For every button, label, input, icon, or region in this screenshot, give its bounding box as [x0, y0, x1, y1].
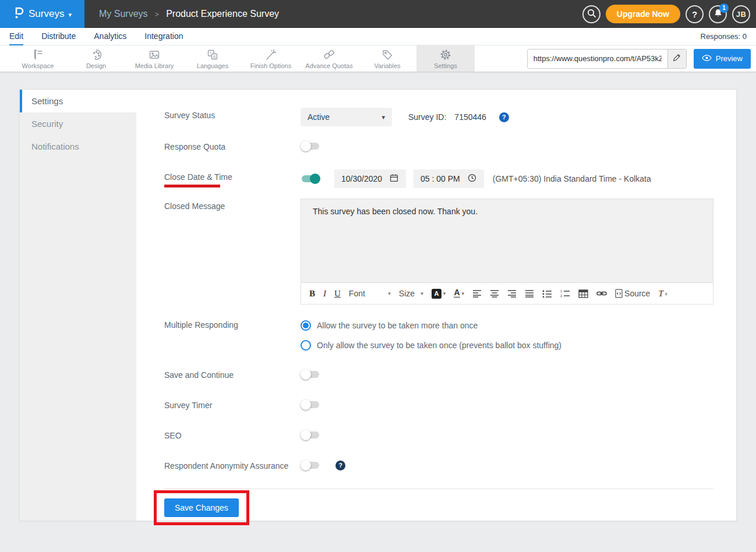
- toolbar-item-advance-quotas[interactable]: Advance Quotas: [300, 45, 358, 72]
- survey-timer-toggle[interactable]: [301, 399, 320, 411]
- product-label: Surveys: [29, 8, 64, 20]
- translate-icon: *A: [206, 48, 219, 61]
- sidebar-item-notifications[interactable]: Notifications: [20, 135, 136, 158]
- upgrade-now-button[interactable]: Upgrade Now: [606, 5, 680, 23]
- survey-link-group: Preview: [527, 45, 756, 72]
- svg-text:2: 2: [560, 294, 563, 298]
- help-button[interactable]: ?: [686, 5, 704, 23]
- bold-button[interactable]: B: [309, 289, 315, 299]
- tab-edit[interactable]: Edit: [9, 28, 23, 45]
- chevron-down-icon: ▾: [421, 291, 423, 296]
- image-icon: [148, 48, 161, 61]
- toolbar-item-finish-options[interactable]: Finish Options: [242, 45, 300, 72]
- breadcrumb-current: Product Experience Survey: [166, 9, 279, 19]
- align-left-button[interactable]: [472, 289, 482, 298]
- survey-status-row: Survey Status Active ▾ Survey ID: 715044…: [164, 108, 713, 126]
- respondent-anonymity-toggle[interactable]: [301, 459, 320, 471]
- magic-wand-icon: [264, 48, 277, 61]
- close-date-field[interactable]: 10/30/2020: [334, 169, 406, 188]
- response-quota-label: Response Quota: [164, 139, 301, 153]
- settings-content: Survey Status Active ▾ Survey ID: 715044…: [136, 90, 737, 521]
- radio-option-once[interactable]: Only allow the survey to be taken once (…: [301, 337, 713, 353]
- workspace-icon: [31, 48, 44, 61]
- topbar-actions: Upgrade Now ? 1 JB: [582, 0, 750, 28]
- survey-id-value: 7150446: [454, 112, 486, 122]
- multiple-responding-label: Multiple Responding: [164, 317, 301, 353]
- clock-icon: [467, 173, 477, 185]
- seo-toggle[interactable]: [301, 429, 320, 441]
- response-quota-row: Response Quota: [164, 139, 713, 153]
- radio-option-multiple[interactable]: Allow the survey to be taken more than o…: [301, 317, 713, 334]
- notification-badge: 1: [719, 3, 729, 13]
- radio-selected-icon[interactable]: [301, 320, 311, 331]
- background-color-icon: A: [432, 289, 441, 299]
- palette-icon: [90, 48, 103, 61]
- toolbar-item-design[interactable]: Design: [67, 45, 125, 72]
- close-time-field[interactable]: 05 : 00 PM: [414, 169, 484, 188]
- toolbar-item-workspace[interactable]: Workspace: [9, 45, 67, 72]
- tab-analytics[interactable]: Analytics: [94, 28, 126, 45]
- align-center-button[interactable]: [490, 289, 499, 298]
- toolbar-item-languages[interactable]: *A Languages: [183, 45, 242, 72]
- response-quota-toggle[interactable]: [301, 140, 320, 152]
- seo-row: SEO: [164, 428, 713, 442]
- text-color-button[interactable]: A▾: [454, 289, 464, 298]
- font-dropdown[interactable]: Font▾: [349, 289, 391, 298]
- breadcrumb-parent[interactable]: My Surveys: [99, 9, 148, 19]
- survey-status-dropdown[interactable]: Active ▾: [301, 108, 392, 126]
- breadcrumb: My Surveys > Product Experience Survey: [99, 9, 279, 19]
- page-background: Settings Security Notifications Survey S…: [0, 72, 756, 552]
- avatar[interactable]: JB: [732, 5, 750, 23]
- survey-url-input[interactable]: [528, 49, 667, 68]
- sidebar-item-settings[interactable]: Settings: [20, 90, 136, 112]
- save-and-continue-toggle[interactable]: [301, 369, 320, 380]
- remove-format-button[interactable]: Tx: [658, 289, 667, 299]
- closed-message-text[interactable]: This survey has been closed now. Thank y…: [301, 199, 713, 282]
- chevron-down-icon: ▾: [388, 291, 391, 296]
- survey-timer-row: Survey Timer: [164, 398, 713, 412]
- close-date-time-row: Close Date & Time 10/30/2020 05 : 00 PM: [164, 169, 713, 188]
- background-color-button[interactable]: A▾: [432, 289, 446, 299]
- insert-link-button[interactable]: [596, 290, 607, 297]
- chain-link-icon: [323, 48, 335, 61]
- toolbar-item-variables[interactable]: Variables: [358, 45, 416, 72]
- align-justify-button[interactable]: [525, 289, 534, 298]
- preview-button[interactable]: Preview: [694, 49, 751, 69]
- survey-status-label: Survey Status: [164, 108, 301, 126]
- closed-message-editor: This survey has been closed now. Thank y…: [301, 199, 713, 305]
- question-mark-icon: ?: [692, 9, 697, 19]
- align-right-button[interactable]: [507, 289, 517, 298]
- save-and-continue-row: Save and Continue: [164, 367, 713, 381]
- italic-button[interactable]: I: [323, 289, 326, 299]
- breadcrumb-separator-icon: >: [155, 10, 160, 19]
- survey-timer-label: Survey Timer: [164, 398, 301, 412]
- survey-id-help-icon[interactable]: ?: [499, 112, 509, 122]
- search-button[interactable]: [582, 5, 600, 23]
- sidebar-item-security[interactable]: Security: [20, 112, 136, 135]
- multiple-responding-row: Multiple Responding Allow the survey to …: [164, 317, 713, 353]
- gear-icon: [439, 48, 452, 61]
- source-button[interactable]: Source: [615, 289, 650, 298]
- bullet-list-button[interactable]: [542, 289, 552, 298]
- tab-distribute[interactable]: Distribute: [41, 28, 76, 45]
- svg-text:A: A: [213, 54, 216, 59]
- insert-table-button[interactable]: [578, 289, 588, 298]
- anonymity-help-icon[interactable]: ?: [335, 461, 345, 470]
- edit-toolbar: Workspace Design Media Library *A Langua…: [0, 45, 756, 72]
- toolbar-item-media-library[interactable]: Media Library: [125, 45, 183, 72]
- app-switcher[interactable]: Surveys ▾: [0, 0, 84, 28]
- numbered-list-button[interactable]: 12: [560, 289, 570, 298]
- save-changes-button[interactable]: Save Changes: [164, 498, 239, 517]
- close-date-time-toggle[interactable]: [301, 173, 320, 185]
- divider: [164, 489, 713, 489]
- radio-unselected-icon[interactable]: [301, 340, 311, 351]
- toolbar-item-settings[interactable]: Settings: [416, 45, 475, 72]
- underline-button[interactable]: U: [334, 289, 341, 299]
- tag-icon: [381, 48, 394, 61]
- respondent-anonymity-row: Respondent Anonymity Assurance ?: [164, 458, 713, 472]
- notifications-button[interactable]: 1: [709, 5, 727, 23]
- tab-integration[interactable]: Integration: [144, 28, 183, 45]
- size-dropdown[interactable]: Size▾: [399, 289, 423, 298]
- edit-url-button[interactable]: [667, 49, 686, 68]
- respondent-anonymity-label: Respondent Anonymity Assurance: [164, 458, 301, 472]
